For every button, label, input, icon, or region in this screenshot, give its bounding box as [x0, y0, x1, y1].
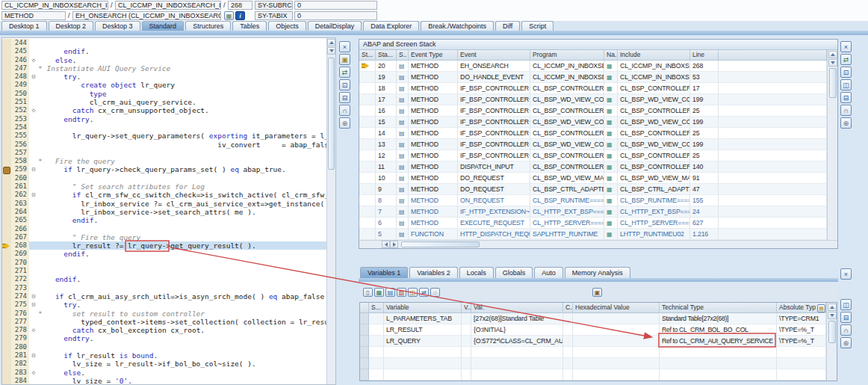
stack-row[interactable]: 8▤METHODON_REQUESTCL_BSP_RUNTIME====..▦C…	[359, 195, 827, 206]
navigate-icon[interactable]: ▦	[607, 140, 612, 150]
navigate-icon[interactable]: ▦	[607, 129, 612, 139]
col-header-hexadecimal-value[interactable]: Hexadecimal Value	[573, 303, 660, 313]
event-mode-field[interactable]: METHOD	[1, 11, 66, 20]
navigate-icon[interactable]: ▦	[607, 173, 612, 184]
var-cell-selector[interactable]	[360, 369, 369, 381]
main-program-field[interactable]: CL_ICCMP_IN_INBOXSEARCH_IMPL=..	[1, 1, 108, 10]
scroll-up-icon[interactable]	[327, 39, 335, 46]
col-header-val[interactable]: Val.	[471, 303, 563, 313]
var-cell-selector[interactable]	[360, 336, 369, 347]
swap-icon[interactable]: ⇄	[339, 67, 350, 78]
col-header-event-type[interactable]: Event Type	[409, 50, 458, 61]
col-header-s[interactable]: S..	[397, 50, 409, 61]
table-add-icon[interactable]: ▦	[374, 288, 384, 297]
tab-tables[interactable]: Tables	[232, 21, 267, 31]
stack-horizontal-scrollbar[interactable]	[359, 240, 837, 248]
scroll-right-icon[interactable]	[390, 241, 398, 248]
tab-variables-1[interactable]: Variables 1	[360, 267, 408, 278]
tab-variables-2[interactable]: Variables 2	[409, 267, 457, 278]
scroll-left-icon[interactable]	[382, 241, 390, 248]
stack-row[interactable]: 10▤METHODDO_REQUESTCL_BSP_WD_VIEW_MAN..▦…	[359, 173, 827, 184]
tab-locals[interactable]: Locals	[459, 267, 494, 278]
sy-subrc-value[interactable]: 0	[294, 1, 377, 10]
col-header-technical-type[interactable]: Technical Type	[660, 303, 777, 313]
col-header-program[interactable]: Program	[530, 50, 604, 61]
fold-collapse-icon[interactable]: ⊟	[32, 293, 36, 300]
stack-vertical-scrollbar[interactable]	[827, 50, 837, 240]
table-row-empty[interactable]	[360, 347, 826, 358]
stack-row[interactable]: 9▤METHODDO_REQUESTCL_BSP_CTRL_ADAPTER..▦…	[359, 184, 827, 195]
headset-icon[interactable]: ∩	[840, 105, 852, 116]
scroll-thumb[interactable]	[328, 58, 335, 170]
table-row-empty[interactable]	[360, 369, 826, 381]
tab-structures[interactable]: Structures	[185, 21, 231, 31]
navigate-icon[interactable]: ▦	[607, 196, 612, 206]
scroll-down-icon[interactable]	[327, 47, 335, 55]
close-icon[interactable]: ×	[840, 41, 852, 52]
stack-row[interactable]: 13▤METHODIF_BSP_CONTROLLER~H..CL_BSP_WD_…	[359, 139, 827, 150]
swap-icon[interactable]: ⇄	[840, 54, 852, 65]
table-row[interactable]: L_PARAMETERS_TAB[27x2(68)]Standard Table…	[360, 313, 826, 324]
col-header-filler[interactable]	[719, 50, 827, 61]
fold-collapse-icon[interactable]: ⊟	[32, 301, 36, 308]
save-icon[interactable]: ▣	[592, 288, 602, 297]
services-icon[interactable]: ⊛	[840, 337, 852, 348]
navigate-icon[interactable]: ▦	[607, 106, 612, 117]
navigate-icon[interactable]: ▦	[607, 61, 612, 72]
stack-row[interactable]: 18▤METHODIF_BSP_CONTROLLER~H..CL_BSP_CON…	[359, 83, 827, 94]
tab-diff[interactable]: Diff	[495, 21, 520, 31]
navigate-icon[interactable]: ▦	[607, 95, 612, 105]
column-add-icon[interactable]: ◫	[408, 288, 418, 297]
tab-objects[interactable]: Objects	[268, 21, 306, 31]
code-editor[interactable]: 244245 endif.246◇ else.247* Instantiate …	[1, 37, 336, 385]
info-icon[interactable]: i	[235, 11, 245, 20]
headset-icon[interactable]: ∩	[339, 105, 350, 116]
stack-row[interactable]: 7▤METHODIF_HTTP_EXTENSION~H..CL_HTTP_EXT…	[359, 206, 827, 218]
split-icon[interactable]: ⊟	[840, 312, 852, 323]
fold-collapse-icon[interactable]: ⊟	[32, 73, 36, 80]
tab-standard[interactable]: Standard	[142, 21, 185, 31]
navigate-icon[interactable]: ▦	[607, 207, 612, 218]
fold-collapse-icon[interactable]: ⊟	[32, 352, 36, 359]
tab-desktop-1[interactable]: Desktop 1	[1, 21, 47, 31]
tab-auto[interactable]: Auto	[534, 267, 563, 278]
scroll-thumb[interactable]	[828, 321, 836, 343]
scroll-thumb[interactable]	[401, 241, 480, 247]
fold-collapse-icon[interactable]: ⊟	[32, 166, 36, 173]
var-cell-selector[interactable]	[360, 358, 369, 369]
tab-script[interactable]: Script	[521, 21, 554, 31]
split-icon[interactable]: ⊟	[339, 92, 350, 103]
stack-row[interactable]: 15▤METHODIF_BSP_CONTROLLER~H..CL_BSP_WD_…	[359, 117, 827, 128]
col-header-sta[interactable]: Sta...	[376, 50, 397, 61]
tab-memory-analysis[interactable]: Memory Analysis	[565, 267, 630, 278]
scroll-down-icon[interactable]	[828, 59, 837, 67]
navigate-icon[interactable]: ▦	[607, 230, 612, 240]
tab-desktop-2[interactable]: Desktop 2	[49, 21, 94, 31]
services-icon[interactable]: ⊛	[339, 117, 350, 129]
col-header-line[interactable]: Line	[690, 50, 719, 61]
fold-collapse-icon[interactable]: ⊟	[32, 191, 36, 198]
tab-data-explorer[interactable]: Data Explorer	[363, 21, 419, 31]
stack-row[interactable]: 14▤METHODIF_BSP_CONTROLLER~H..CL_BSP_CON…	[359, 128, 827, 139]
event-name-field[interactable]: EH_ONSEARCH (CL_ICCMP_IN_INBOXSEARCH_IMP…	[72, 11, 221, 20]
stack-row[interactable]: 12▤METHODIF_BSP_CONTROLLER~H..CL_BSP_CON…	[359, 150, 827, 161]
stack-row[interactable]: 20▤METHODEH_ONSEARCHCL_ICCMP_IN_INBOXSEA…	[359, 61, 827, 72]
variables-scrollbar[interactable]	[826, 303, 837, 381]
navigate-icon[interactable]: ▦	[607, 162, 612, 173]
folder-icon[interactable]: ⌂	[430, 288, 440, 297]
structure-icon[interactable]: ▦	[224, 11, 234, 20]
table-row[interactable]: LR_RESULT{O:INITIAL}Ref to CL_CRM_BOL_BO…	[360, 324, 826, 336]
line-number-field[interactable]: 268	[228, 1, 252, 10]
col-header-v[interactable]: V...	[462, 303, 471, 313]
navigate-icon[interactable]: ▦	[607, 185, 612, 195]
fullscreen-icon[interactable]: ⊡	[840, 67, 852, 78]
col-header-include[interactable]: Include	[618, 50, 690, 61]
col-header-variable[interactable]: Variable	[384, 303, 462, 313]
include-program-field[interactable]: CL_ICCMP_IN_INBOXSEARCH_IMPL=..	[115, 1, 221, 10]
col-header-event[interactable]: Event	[458, 50, 530, 61]
services-icon[interactable]: ⊛	[840, 117, 852, 129]
stack-row[interactable]: 6▤METHODEXECUTE_REQUESTCL_HTTP_SERVER===…	[359, 218, 827, 229]
fullscreen-icon[interactable]: ⊡	[339, 79, 350, 90]
table-row[interactable]: LR_QUERY{O:5772*\CLASS=CL_CRM_AU..Ref to…	[360, 336, 826, 347]
table-remove-icon[interactable]: ▧	[397, 288, 406, 297]
